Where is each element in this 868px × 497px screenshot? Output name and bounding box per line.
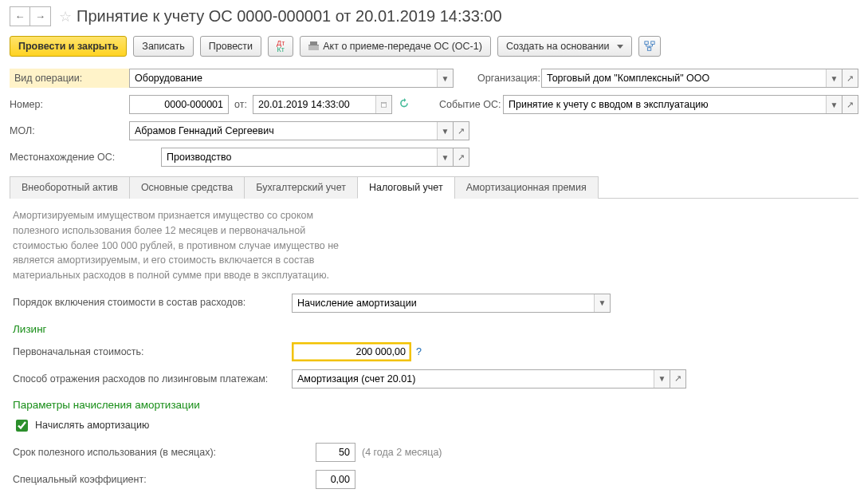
nav-fwd-button[interactable]: →	[30, 6, 51, 26]
org-label: Организация:	[477, 73, 541, 84]
refresh-icon[interactable]	[399, 98, 410, 111]
date-input[interactable]	[253, 96, 375, 113]
org-open-button[interactable]: ↗	[842, 69, 858, 88]
nav-back-button[interactable]: ←	[10, 6, 30, 26]
structure-button[interactable]	[638, 36, 661, 57]
create-based-button[interactable]: Создать на основании	[497, 36, 632, 57]
printer-icon	[308, 41, 319, 51]
tab-fixed-assets[interactable]: Основные средства	[129, 176, 245, 199]
tax-info-text: Амортизируемым имуществом признается иму…	[13, 208, 355, 283]
header-row: ← → ☆ Принятие к учету ОС 0000-000001 от…	[10, 6, 858, 26]
order-field[interactable]: ▼	[292, 294, 611, 313]
post-button[interactable]: Провести	[200, 36, 261, 57]
mol-label: МОЛ:	[10, 125, 129, 136]
location-input[interactable]	[162, 148, 437, 166]
post-and-close-button[interactable]: Провести и закрыть	[10, 36, 127, 57]
op-type-label: Вид операции:	[10, 69, 129, 88]
help-icon[interactable]: ?	[416, 346, 422, 357]
svg-rect-2	[647, 48, 650, 51]
order-dropdown-icon[interactable]: ▼	[594, 294, 610, 312]
favorite-star-icon[interactable]: ☆	[59, 8, 72, 26]
event-field[interactable]: ▼	[503, 95, 842, 114]
event-dropdown-icon[interactable]: ▼	[826, 96, 842, 113]
toolbar: Провести и закрыть Записать Провести ДтК…	[10, 36, 858, 57]
coef-input[interactable]	[316, 471, 355, 488]
structure-icon	[644, 41, 655, 52]
amort-params-header: Параметры начисления амортизации	[13, 399, 855, 411]
mol-open-button[interactable]: ↗	[454, 121, 469, 140]
svg-rect-0	[644, 41, 647, 45]
coef-label: Специальный коэффициент:	[13, 474, 316, 485]
life-label: Срок полезного использования (в месяцах)…	[13, 447, 316, 458]
tab-body-tax: Амортизируемым имуществом признается иму…	[10, 199, 858, 497]
tab-accounting[interactable]: Бухгалтерский учет	[244, 176, 358, 199]
date-label: от:	[229, 99, 253, 110]
life-hint: (4 года 2 месяца)	[362, 447, 442, 458]
svg-rect-1	[650, 41, 654, 45]
op-type-input[interactable]	[130, 69, 437, 87]
mol-input[interactable]	[130, 122, 437, 140]
tabs: Внеоборотный актив Основные средства Бух…	[10, 176, 858, 199]
debit-credit-button[interactable]: ДтКт	[268, 36, 293, 57]
tab-amort-bonus[interactable]: Амортизационная премия	[454, 176, 599, 199]
org-dropdown-icon[interactable]: ▼	[826, 69, 842, 87]
date-field[interactable]	[253, 95, 392, 114]
life-input[interactable]	[316, 444, 355, 461]
mol-dropdown-icon[interactable]: ▼	[437, 122, 453, 140]
initcost-label: Первоначальная стоимость:	[13, 346, 292, 357]
expmethod-open-button[interactable]: ↗	[670, 369, 686, 389]
op-type-field[interactable]: ▼	[129, 69, 454, 88]
location-dropdown-icon[interactable]: ▼	[437, 148, 453, 166]
location-field[interactable]: ▼	[161, 148, 454, 167]
life-field[interactable]	[316, 443, 355, 462]
number-field[interactable]	[129, 95, 229, 114]
number-input[interactable]	[130, 96, 228, 113]
initcost-input[interactable]	[293, 343, 410, 361]
leasing-header: Лизинг	[13, 323, 855, 335]
number-label: Номер:	[10, 99, 129, 110]
location-label: Местонахождение ОС:	[10, 152, 161, 163]
expmethod-input[interactable]	[293, 370, 654, 388]
order-input[interactable]	[293, 294, 594, 312]
expmethod-field[interactable]: ▼	[292, 369, 670, 389]
org-input[interactable]	[542, 69, 826, 87]
mol-field[interactable]: ▼	[129, 121, 454, 140]
coef-field[interactable]	[316, 470, 355, 489]
print-act-label: Акт о приеме-передаче ОС (ОС-1)	[323, 41, 482, 52]
page-title: Принятие к учету ОС 0000-000001 от 20.01…	[77, 7, 502, 26]
event-input[interactable]	[504, 96, 826, 113]
tab-tax[interactable]: Налоговый учет	[357, 176, 455, 199]
expmethod-dropdown-icon[interactable]: ▼	[654, 370, 670, 388]
amort-checkbox-row[interactable]: Начислять амортизацию	[13, 417, 855, 434]
op-type-dropdown-icon[interactable]: ▼	[437, 69, 453, 87]
initcost-field[interactable]	[292, 342, 411, 361]
print-act-button[interactable]: Акт о приеме-передаче ОС (ОС-1)	[300, 36, 491, 57]
svg-rect-4	[381, 102, 386, 103]
save-button[interactable]: Записать	[133, 36, 193, 57]
location-open-button[interactable]: ↗	[454, 148, 469, 167]
amort-checkbox-label: Начислять амортизацию	[35, 420, 149, 431]
expmethod-label: Способ отражения расходов по лизинговым …	[13, 373, 292, 385]
event-open-button[interactable]: ↗	[842, 95, 858, 114]
tab-noncurrent-asset[interactable]: Внеоборотный актив	[10, 176, 130, 199]
amort-checkbox[interactable]	[16, 420, 28, 432]
org-field[interactable]: ▼	[541, 69, 842, 88]
event-label: Событие ОС:	[439, 99, 503, 110]
calendar-icon[interactable]	[375, 96, 391, 113]
order-label: Порядок включения стоимости в состав рас…	[13, 296, 292, 310]
